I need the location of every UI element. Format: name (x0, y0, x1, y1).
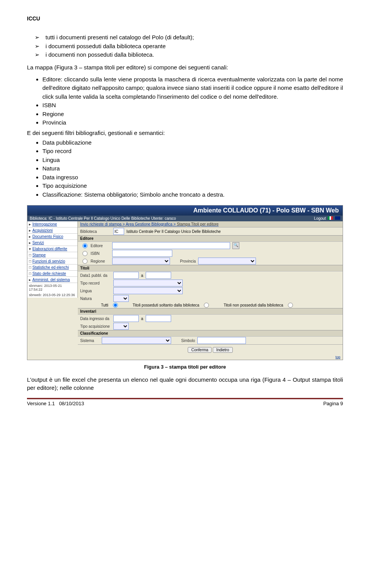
radio-filt-non[interactable] (288, 303, 293, 308)
sidebar-item-acquisizioni[interactable]: ▸Acquisizioni (27, 227, 77, 234)
filter-item: Data ingresso (42, 173, 343, 182)
flag-it-icon[interactable] (328, 216, 333, 220)
select-provincia[interactable] (198, 258, 256, 265)
filter-item: Natura (42, 164, 343, 173)
sidebar-item-documento-fisico[interactable]: ▸Documento Fisico (27, 234, 77, 240)
channel-list: Editore: cliccando sulla lente viene pro… (27, 75, 343, 127)
input-data-ingresso-a[interactable] (146, 315, 171, 322)
filter-item: Data pubblicazione (42, 138, 343, 147)
trailing-para: L'output è un file excel che presenta un… (27, 376, 343, 392)
sidebar-item-elaborazioni[interactable]: ▾Elaborazioni differite (27, 246, 77, 252)
flag-en-icon[interactable] (335, 216, 340, 220)
label-editore: Editore (91, 244, 110, 248)
label-sistema: Sistema (80, 339, 99, 343)
app-subheader: Biblioteca: IC - Istituto Centrale Per I… (27, 216, 343, 221)
label-tipo-acq: Tipo acquisizione (80, 324, 111, 329)
input-simbolo[interactable] (197, 337, 246, 344)
label-simbolo: Simbolo (181, 339, 195, 343)
footer-date: 08/10/2013 (59, 401, 84, 406)
sidebar-item-amminist[interactable]: ▸Amminist. del sistema (27, 277, 77, 283)
select-natura[interactable] (113, 295, 129, 302)
input-editore[interactable] (112, 242, 230, 249)
filters-list: Data pubblicazione Tipo record Lingua Na… (27, 138, 343, 199)
label-lingua: Lingua (80, 289, 111, 293)
sidebar-time-sbnweb: sbnweb: 2013-05-29 12:25:36 (27, 292, 77, 298)
label-biblioteca: Biblioteca (80, 229, 111, 234)
label-tipo-record: Tipo record (80, 281, 111, 285)
filter-item: Classificazione: Sistema obbligatorio; S… (42, 190, 343, 199)
header-org: ICCU (27, 15, 343, 22)
filter-item: Tipo acquisizione (42, 182, 343, 190)
breadcrumb: Invio richieste di stampa > Area Gestion… (78, 221, 343, 227)
input-data-ingresso-da[interactable] (113, 315, 139, 322)
footer-version: Versione 1.1 (27, 401, 55, 406)
sidebar-item-interrogazione[interactable]: ▸Interrogazione (27, 221, 77, 227)
search-icon[interactable]: 🔍 (232, 242, 239, 249)
label-natura: Natura (80, 297, 111, 301)
crumb-b[interactable]: Area Gestione Bibliografica (126, 222, 172, 226)
label-filt-poss: Titoli posseduti soltanto dalla bibliote… (133, 303, 199, 307)
app-main: Invio richieste di stampa > Area Gestion… (78, 221, 343, 360)
section-class: Classificazione (78, 330, 343, 337)
filters-intro: E dei seguenti filtri bibliografici, ges… (27, 129, 343, 137)
intro-para: La mappa (Figura 3 – stampa titoli per e… (27, 63, 343, 71)
arrow-item: i documenti non posseduti dalla bibliote… (42, 51, 343, 59)
body-text: tutti i documenti presenti nel catalogo … (27, 33, 343, 199)
label-regione: Regione (91, 259, 110, 263)
label-a: a (141, 273, 143, 278)
radio-isbn[interactable] (82, 251, 87, 256)
input-data-pubbl-a[interactable] (146, 272, 171, 279)
sidebar-item-statistiche[interactable]: □Statistiche ed elenchi (27, 265, 77, 271)
label-filt-tutti: Tutti (101, 303, 108, 307)
channel-item: ISBN (42, 101, 343, 110)
input-biblioteca-code[interactable] (113, 228, 124, 235)
figure-caption: Figura 3 – stampa titoli per editore (27, 364, 343, 370)
crumb-c: Stampa Titoli per editore (177, 222, 219, 226)
crumb-a[interactable]: Invio richieste di stampa (80, 222, 121, 226)
arrow-item: i documenti posseduti dalla biblioteca o… (42, 42, 343, 51)
sidebar-time-sbnmarc: sbnmarc: 2013-05-21 17:54:22 (27, 283, 77, 292)
section-inventari: Inventari (78, 308, 343, 315)
label-data-pubbl: Data1 pubbl. da (80, 273, 111, 278)
filter-item: Lingua (42, 156, 343, 165)
app-subheader-left: Biblioteca: IC - Istituto Centrale Per I… (30, 216, 176, 221)
sidebar-item-stato[interactable]: □Stato delle richieste (27, 271, 77, 277)
select-tipo-acq[interactable] (113, 323, 129, 330)
sidebar-item-stampe[interactable]: □Stampe (27, 252, 77, 258)
label-filt-non: Titoli non posseduti dalla biblioteca (224, 303, 283, 307)
select-regione[interactable] (112, 258, 170, 265)
input-data-pubbl-da[interactable] (113, 272, 139, 279)
app-title: Ambiente COLLAUDO (71) - Polo SBW - SBN … (27, 206, 343, 216)
select-lingua[interactable] (113, 287, 183, 294)
section-editore: Editore (78, 235, 343, 242)
section-titoli: Titoli (78, 265, 343, 271)
channel-item: Regione (42, 110, 343, 119)
select-tipo-record[interactable] (113, 280, 183, 286)
radio-filt-poss[interactable] (204, 303, 209, 308)
app-screenshot: Ambiente COLLAUDO (71) - Polo SBW - SBN … (27, 205, 343, 360)
label-a2: a (141, 317, 143, 321)
channel-item: Editore: cliccando sulla lente viene pro… (42, 75, 343, 101)
conferma-button[interactable]: Conferma (188, 347, 212, 353)
input-isbn[interactable] (112, 250, 172, 257)
arrow-list: tutti i documenti presenti nel catalogo … (27, 33, 343, 59)
indietro-button[interactable]: Indietro (213, 347, 232, 353)
top-link[interactable]: top (78, 355, 343, 360)
arrow-item: tutti i documenti presenti nel catalogo … (42, 33, 343, 42)
footer: Versione 1.1 08/10/2013 Pagina 9 (27, 399, 343, 406)
footer-page: Pagina 9 (323, 401, 343, 406)
sidebar: ▸Interrogazione ▸Acquisizioni ▸Documento… (27, 221, 78, 298)
button-row: Conferma Indietro (78, 344, 343, 355)
filter-item: Tipo record (42, 147, 343, 156)
select-sistema[interactable] (102, 337, 171, 344)
label-data-ingresso: Data ingresso da (80, 317, 111, 321)
radio-filt-tutti[interactable] (113, 303, 118, 308)
radio-editore[interactable] (82, 243, 87, 248)
logout-link[interactable]: Logout (314, 216, 326, 221)
biblioteca-name: Istituto Centrale Per Il Catalogo Unico … (126, 229, 221, 234)
sidebar-item-servizi[interactable]: ▸Servizi (27, 240, 77, 246)
sidebar-item-funzioni[interactable]: □Funzioni di servizio (27, 258, 77, 265)
channel-item: Provincia (42, 118, 343, 127)
label-isbn: ISBN (91, 251, 110, 256)
radio-regione[interactable] (82, 259, 87, 264)
